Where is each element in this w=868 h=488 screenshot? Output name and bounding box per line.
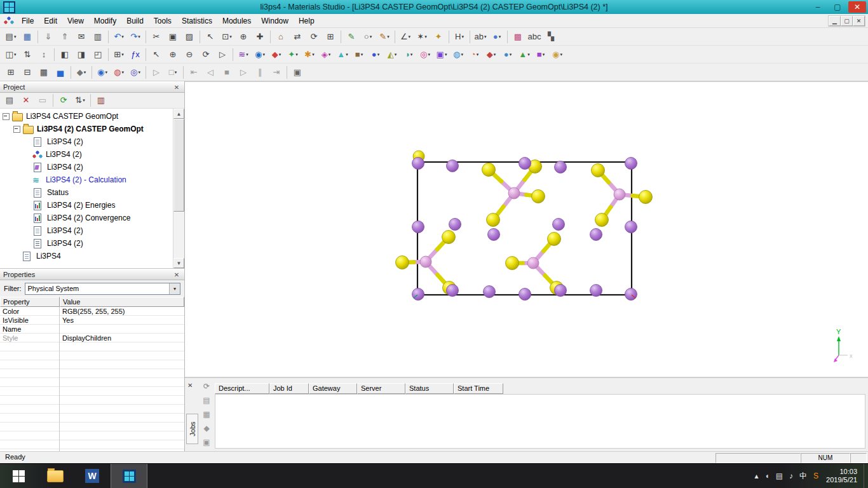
sogou-icon[interactable]: S — [813, 471, 818, 480]
undo-button[interactable]: ↶▾ — [111, 29, 127, 44]
structure-3d-view[interactable]: Yx — [185, 82, 868, 377]
s-atom[interactable] — [506, 257, 519, 270]
tree-item[interactable]: Li3PS4 (2) — [0, 237, 173, 250]
jobs-column-gateway[interactable]: Gateway — [309, 383, 357, 394]
module-reflex-button[interactable]: ▲▾ — [334, 47, 351, 62]
translate-view-button[interactable]: ⇄ — [289, 29, 306, 44]
s-atom[interactable] — [442, 231, 456, 244]
tree-item[interactable]: Li3PS4 (2) — [0, 148, 173, 161]
menu-file[interactable]: File — [17, 15, 39, 27]
tree-item[interactable]: Li3PS4 (2) CASTEP GeomOpt — [0, 123, 173, 135]
kill-job-button[interactable]: ▣ — [201, 437, 212, 447]
job-server-button[interactable]: ▦ — [201, 409, 212, 419]
sketch-ring-button[interactable]: ○▾ — [360, 29, 376, 44]
module-polymorph-button[interactable]: ■▾ — [532, 47, 549, 62]
tree-item[interactable]: Status — [0, 186, 173, 199]
select-tool-button[interactable]: ↖ — [202, 29, 219, 44]
zoom-tool-button[interactable]: ⊕ — [235, 29, 252, 44]
jobs-column-starttime[interactable]: Start Time — [454, 383, 503, 394]
redo-button[interactable]: ↷▾ — [127, 29, 144, 44]
li-atom[interactable] — [412, 158, 424, 170]
menu-edit[interactable]: Edit — [39, 15, 62, 27]
jobs-tab[interactable]: Jobs — [186, 414, 198, 444]
project-explorer-button[interactable]: ⊞ — [3, 65, 19, 80]
send-button[interactable]: ✉ — [73, 29, 90, 44]
tree-item[interactable]: Li3PS4 (2) — [0, 135, 173, 148]
export-button[interactable]: ⇑ — [57, 29, 73, 44]
tree-item[interactable]: Li3PS4 (2) Convergence — [0, 212, 173, 224]
property-column-header[interactable]: Property — [0, 297, 60, 307]
isosurface-button[interactable]: ◍▾ — [111, 65, 127, 80]
save-button[interactable]: ▦ — [19, 29, 36, 44]
module-mesocite-button[interactable]: ◭▾ — [384, 47, 400, 62]
job-details-button[interactable]: ▤ — [201, 395, 212, 405]
mdi-restore-button[interactable]: ▢ — [841, 16, 853, 26]
label-tool-button[interactable]: ab▾ — [472, 29, 489, 44]
project-library-button[interactable]: ▥ — [93, 93, 109, 108]
last-frame-button[interactable]: ⇥ — [268, 65, 285, 80]
tree-item[interactable]: Li3PS4 — [0, 250, 173, 262]
delete-item-button[interactable]: ✕ — [18, 93, 34, 108]
selection-mode-button[interactable]: ⊡▾ — [219, 29, 235, 44]
li-atom[interactable] — [590, 229, 602, 241]
li-atom[interactable] — [447, 160, 459, 172]
p-atom[interactable] — [508, 187, 520, 199]
stop-animation-button[interactable]: ■ — [219, 65, 235, 80]
sort-project-button[interactable]: ⇅▾ — [72, 93, 88, 108]
rotate-view-button[interactable]: ⟳ — [306, 29, 322, 44]
li-atom[interactable] — [625, 288, 637, 301]
show-desktop-button[interactable] — [864, 464, 868, 488]
li-atom[interactable] — [625, 158, 637, 170]
pause-animation-button[interactable]: ∥ — [252, 65, 268, 80]
p-atom[interactable] — [420, 256, 431, 268]
li-atom[interactable] — [553, 219, 565, 231]
s-atom[interactable] — [532, 190, 545, 203]
menu-modify[interactable]: Modify — [89, 15, 121, 27]
jobs-column-descript[interactable]: Descript... — [215, 383, 269, 394]
new-project-item-button[interactable]: ▤ — [1, 93, 18, 108]
menu-help[interactable]: Help — [294, 15, 320, 27]
atom-volumes-button[interactable]: ◉▾ — [94, 65, 111, 80]
menu-build[interactable]: Build — [121, 15, 149, 27]
measure-tool-button[interactable]: ∠▾ — [397, 29, 414, 44]
li-atom[interactable] — [412, 288, 424, 301]
close-project-panel-button[interactable]: ✕ — [172, 84, 181, 91]
sort-ascending-button[interactable]: ⇅ — [19, 47, 36, 62]
zoom-out-button[interactable]: ⊖ — [181, 47, 198, 62]
scrollbar-thumb[interactable] — [173, 119, 184, 212]
property-row[interactable]: Name — [0, 325, 184, 334]
reset-view-button[interactable]: ⌂ — [273, 29, 289, 44]
jobs-table-body[interactable] — [215, 394, 865, 449]
tree-item[interactable]: Li3PS4 (2) Energies — [0, 199, 173, 212]
module-castep-button[interactable]: ◉▾ — [252, 47, 268, 62]
module-dftb-button[interactable]: ●▾ — [367, 47, 384, 62]
s-atom[interactable] — [487, 214, 500, 227]
module-kinetix-button[interactable]: ▣▾ — [433, 47, 450, 62]
maximize-button[interactable]: ▢ — [829, 1, 846, 13]
mdi-minimize-button[interactable]: ▁ — [829, 16, 841, 26]
close-properties-panel-button[interactable]: ✕ — [172, 271, 181, 278]
property-row[interactable]: ColorRGB(255, 255, 255) — [0, 307, 184, 316]
module-amorphous-cell-button[interactable]: ≋▾ — [235, 47, 252, 62]
split-vertical-button[interactable]: ◨ — [73, 47, 90, 62]
taskbar-word[interactable]: W — [74, 464, 111, 488]
tile-windows-button[interactable]: ◰ — [90, 47, 106, 62]
filter-dropdown[interactable]: Physical System ▾ — [25, 283, 181, 295]
li-atom[interactable] — [412, 221, 424, 233]
import-button[interactable]: ⇓ — [40, 29, 57, 44]
zoom-in-button[interactable]: ⊕ — [165, 47, 181, 62]
jobs-column-server[interactable]: Server — [357, 383, 405, 394]
li-atom[interactable] — [484, 286, 496, 298]
li-atom[interactable] — [488, 229, 500, 241]
tree-item[interactable]: Li3PS4 (2) — [0, 161, 173, 173]
function-builder-button[interactable]: ƒx — [127, 47, 144, 62]
menu-statistics[interactable]: Statistics — [177, 15, 217, 27]
paste-button[interactable]: ▨ — [181, 29, 198, 44]
li-atom[interactable] — [449, 219, 461, 231]
p-atom[interactable] — [527, 257, 539, 269]
print-button[interactable]: ▥ — [90, 29, 106, 44]
li-atom[interactable] — [555, 161, 567, 173]
spreadsheet-button[interactable]: ⊞▾ — [111, 47, 127, 62]
jobs-column-jobid[interactable]: Job Id — [269, 383, 309, 394]
first-frame-button[interactable]: ⇤ — [186, 65, 202, 80]
